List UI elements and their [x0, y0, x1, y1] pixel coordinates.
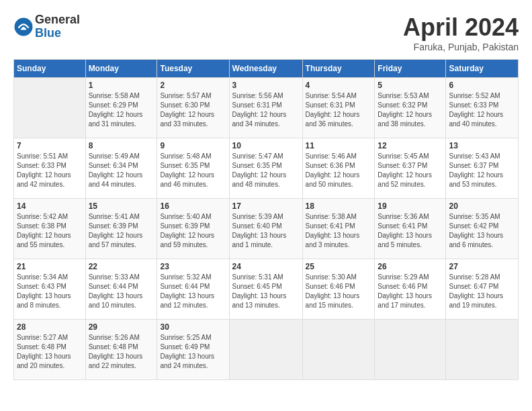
calendar-cell: 23Sunrise: 5:32 AM Sunset: 6:44 PM Dayli…	[157, 259, 229, 320]
logo-general: General	[35, 13, 80, 27]
day-info: Sunrise: 5:57 AM Sunset: 6:30 PM Dayligh…	[160, 91, 226, 129]
calendar-cell: 17Sunrise: 5:39 AM Sunset: 6:40 PM Dayli…	[229, 199, 302, 259]
calendar-cell: 19Sunrise: 5:36 AM Sunset: 6:41 PM Dayli…	[375, 199, 446, 259]
calendar-cell: 3Sunrise: 5:56 AM Sunset: 6:31 PM Daylig…	[229, 78, 302, 138]
week-row-3: 14Sunrise: 5:42 AM Sunset: 6:38 PM Dayli…	[14, 199, 519, 259]
day-number: 11	[306, 141, 372, 150]
column-header-saturday: Saturday	[446, 60, 519, 78]
calendar-cell: 29Sunrise: 5:26 AM Sunset: 6:48 PM Dayli…	[85, 320, 157, 380]
day-number: 10	[232, 141, 300, 150]
day-info: Sunrise: 5:43 AM Sunset: 6:37 PM Dayligh…	[449, 152, 515, 189]
day-number: 6	[449, 81, 515, 90]
calendar-cell: 15Sunrise: 5:41 AM Sunset: 6:39 PM Dayli…	[85, 199, 157, 259]
day-info: Sunrise: 5:54 AM Sunset: 6:31 PM Dayligh…	[306, 91, 372, 129]
calendar-table: SundayMondayTuesdayWednesdayThursdayFrid…	[13, 59, 519, 380]
day-info: Sunrise: 5:36 AM Sunset: 6:41 PM Dayligh…	[378, 212, 443, 250]
day-number: 7	[17, 141, 83, 150]
column-header-wednesday: Wednesday	[229, 60, 302, 78]
day-info: Sunrise: 5:42 AM Sunset: 6:38 PM Dayligh…	[17, 212, 83, 250]
calendar-cell: 27Sunrise: 5:28 AM Sunset: 6:47 PM Dayli…	[446, 259, 519, 320]
day-number: 21	[17, 262, 83, 271]
day-info: Sunrise: 5:56 AM Sunset: 6:31 PM Dayligh…	[232, 91, 300, 129]
day-number: 3	[232, 81, 300, 90]
column-header-thursday: Thursday	[302, 60, 375, 78]
header-row: SundayMondayTuesdayWednesdayThursdayFrid…	[14, 60, 519, 78]
logo-text: General Blue	[35, 13, 80, 40]
day-info: Sunrise: 5:33 AM Sunset: 6:44 PM Dayligh…	[89, 273, 154, 310]
calendar-cell: 2Sunrise: 5:57 AM Sunset: 6:30 PM Daylig…	[157, 78, 229, 138]
calendar-cell: 7Sunrise: 5:51 AM Sunset: 6:33 PM Daylig…	[14, 138, 86, 199]
column-header-sunday: Sunday	[14, 60, 86, 78]
calendar-cell: 30Sunrise: 5:25 AM Sunset: 6:49 PM Dayli…	[157, 320, 229, 380]
day-info: Sunrise: 5:58 AM Sunset: 6:29 PM Dayligh…	[89, 91, 154, 129]
day-number: 15	[89, 201, 154, 211]
calendar-cell: 9Sunrise: 5:48 AM Sunset: 6:35 PM Daylig…	[157, 138, 229, 199]
day-info: Sunrise: 5:29 AM Sunset: 6:46 PM Dayligh…	[378, 273, 443, 310]
day-number: 16	[160, 201, 226, 211]
day-info: Sunrise: 5:30 AM Sunset: 6:46 PM Dayligh…	[306, 273, 372, 310]
calendar-cell: 26Sunrise: 5:29 AM Sunset: 6:46 PM Dayli…	[375, 259, 446, 320]
day-info: Sunrise: 5:35 AM Sunset: 6:42 PM Dayligh…	[449, 212, 515, 250]
calendar-cell	[446, 320, 519, 380]
calendar-cell	[229, 320, 302, 380]
week-row-2: 7Sunrise: 5:51 AM Sunset: 6:33 PM Daylig…	[14, 138, 519, 199]
week-row-1: 1Sunrise: 5:58 AM Sunset: 6:29 PM Daylig…	[14, 78, 519, 138]
column-header-friday: Friday	[375, 60, 446, 78]
calendar-cell: 16Sunrise: 5:40 AM Sunset: 6:39 PM Dayli…	[157, 199, 229, 259]
calendar-cell: 10Sunrise: 5:47 AM Sunset: 6:35 PM Dayli…	[229, 138, 302, 199]
day-number: 29	[89, 322, 154, 332]
calendar-cell: 8Sunrise: 5:49 AM Sunset: 6:34 PM Daylig…	[85, 138, 157, 199]
day-info: Sunrise: 5:46 AM Sunset: 6:36 PM Dayligh…	[306, 152, 372, 189]
day-info: Sunrise: 5:47 AM Sunset: 6:35 PM Dayligh…	[232, 152, 300, 189]
day-number: 22	[89, 262, 154, 271]
calendar-cell	[375, 320, 446, 380]
day-info: Sunrise: 5:27 AM Sunset: 6:48 PM Dayligh…	[17, 333, 83, 371]
calendar-cell: 13Sunrise: 5:43 AM Sunset: 6:37 PM Dayli…	[446, 138, 519, 199]
calendar-cell: 6Sunrise: 5:52 AM Sunset: 6:33 PM Daylig…	[446, 78, 519, 138]
day-number: 24	[232, 262, 300, 271]
calendar-cell: 25Sunrise: 5:30 AM Sunset: 6:46 PM Dayli…	[302, 259, 375, 320]
calendar-cell: 21Sunrise: 5:34 AM Sunset: 6:43 PM Dayli…	[14, 259, 86, 320]
day-info: Sunrise: 5:52 AM Sunset: 6:33 PM Dayligh…	[449, 91, 515, 129]
day-number: 12	[378, 141, 443, 150]
page-header: General Blue April 2024 Faruka, Punjab, …	[13, 13, 519, 52]
day-number: 14	[17, 201, 83, 211]
day-info: Sunrise: 5:53 AM Sunset: 6:32 PM Dayligh…	[378, 91, 443, 129]
calendar-cell: 24Sunrise: 5:31 AM Sunset: 6:45 PM Dayli…	[229, 259, 302, 320]
day-info: Sunrise: 5:38 AM Sunset: 6:41 PM Dayligh…	[306, 212, 372, 250]
day-info: Sunrise: 5:45 AM Sunset: 6:37 PM Dayligh…	[378, 152, 443, 189]
column-header-monday: Monday	[85, 60, 157, 78]
location-subtitle: Faruka, Punjab, Pakistan	[403, 42, 519, 52]
day-info: Sunrise: 5:39 AM Sunset: 6:40 PM Dayligh…	[232, 212, 300, 250]
calendar-cell	[14, 78, 86, 138]
day-info: Sunrise: 5:28 AM Sunset: 6:47 PM Dayligh…	[449, 273, 515, 310]
calendar-cell: 11Sunrise: 5:46 AM Sunset: 6:36 PM Dayli…	[302, 138, 375, 199]
title-section: April 2024 Faruka, Punjab, Pakistan	[403, 13, 519, 52]
day-number: 2	[160, 81, 226, 90]
day-number: 13	[449, 141, 515, 150]
day-info: Sunrise: 5:51 AM Sunset: 6:33 PM Dayligh…	[17, 152, 83, 189]
day-number: 30	[160, 322, 226, 332]
day-number: 28	[17, 322, 83, 332]
calendar-cell: 5Sunrise: 5:53 AM Sunset: 6:32 PM Daylig…	[375, 78, 446, 138]
month-title: April 2024	[403, 13, 519, 42]
calendar-cell: 4Sunrise: 5:54 AM Sunset: 6:31 PM Daylig…	[302, 78, 375, 138]
day-number: 8	[89, 141, 154, 150]
day-info: Sunrise: 5:34 AM Sunset: 6:43 PM Dayligh…	[17, 273, 83, 310]
day-number: 23	[160, 262, 226, 271]
calendar-cell: 14Sunrise: 5:42 AM Sunset: 6:38 PM Dayli…	[14, 199, 86, 259]
day-info: Sunrise: 5:32 AM Sunset: 6:44 PM Dayligh…	[160, 273, 226, 310]
day-number: 19	[378, 201, 443, 211]
day-number: 17	[232, 201, 300, 211]
day-number: 25	[306, 262, 372, 271]
logo-icon	[13, 17, 34, 37]
day-number: 9	[160, 141, 226, 150]
calendar-cell: 22Sunrise: 5:33 AM Sunset: 6:44 PM Dayli…	[85, 259, 157, 320]
day-info: Sunrise: 5:40 AM Sunset: 6:39 PM Dayligh…	[160, 212, 226, 250]
day-number: 18	[306, 201, 372, 211]
calendar-cell: 20Sunrise: 5:35 AM Sunset: 6:42 PM Dayli…	[446, 199, 519, 259]
day-number: 27	[449, 262, 515, 271]
week-row-5: 28Sunrise: 5:27 AM Sunset: 6:48 PM Dayli…	[14, 320, 519, 380]
calendar-cell: 28Sunrise: 5:27 AM Sunset: 6:48 PM Dayli…	[14, 320, 86, 380]
day-info: Sunrise: 5:31 AM Sunset: 6:45 PM Dayligh…	[232, 273, 300, 310]
